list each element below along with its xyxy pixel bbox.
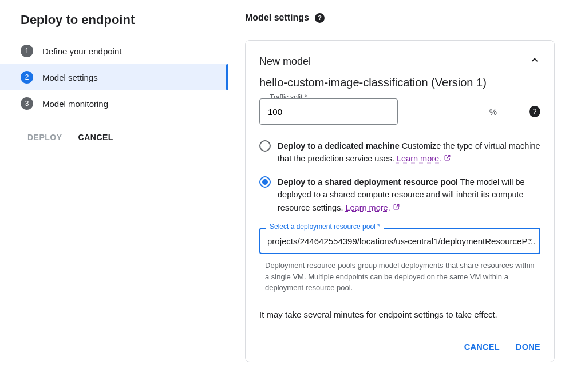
resource-pool-helper: Deployment resource pools group model de… (259, 260, 540, 294)
card-header[interactable]: New model (259, 54, 540, 68)
percent-unit: % (489, 107, 497, 117)
step-list: 1 Define your endpoint 2 Model settings … (0, 38, 228, 117)
resource-pool-select[interactable]: Select a deployment resource pool * proj… (259, 228, 540, 254)
step-model-settings[interactable]: 2 Model settings (0, 64, 228, 90)
step-number-badge: 1 (21, 45, 33, 57)
model-name: hello-custom-image-classification (Versi… (259, 76, 540, 89)
cancel-button[interactable]: CANCEL (78, 133, 113, 142)
learn-more-link[interactable]: Learn more. (345, 201, 400, 214)
radio-dedicated[interactable]: Deploy to a dedicated machine Customize … (259, 140, 540, 165)
card-cancel-button[interactable]: CANCEL (464, 342, 500, 351)
radio-shared-inner (262, 179, 268, 185)
effect-note: It may take several minutes for endpoint… (259, 310, 540, 319)
dropdown-caret-icon (527, 236, 534, 246)
step-define-endpoint[interactable]: 1 Define your endpoint (0, 38, 228, 64)
resource-pool-value[interactable]: projects/244642554399/locations/us-centr… (259, 228, 540, 254)
chevron-up-icon[interactable] (529, 54, 540, 68)
radio-shared-title: Deploy to a shared deployment resource p… (278, 177, 458, 187)
radio-shared-text: Deploy to a shared deployment resource p… (278, 176, 540, 214)
sidebar-actions: DEPLOY CANCEL (0, 117, 228, 142)
card-title: New model (259, 56, 311, 68)
step-label: Model settings (42, 73, 98, 82)
external-link-icon (393, 201, 400, 214)
main-panel: Model settings ? New model hello-custom-… (229, 0, 565, 392)
step-model-monitoring[interactable]: 3 Model monitoring (0, 90, 228, 117)
radio-shared[interactable]: Deploy to a shared deployment resource p… (259, 176, 540, 214)
card-actions: CANCEL DONE (259, 342, 540, 351)
traffic-split-input[interactable] (259, 98, 398, 125)
radio-dedicated-text: Deploy to a dedicated machine Customize … (278, 140, 540, 165)
help-icon[interactable]: ? (529, 106, 540, 117)
deploy-button: DEPLOY (27, 133, 62, 142)
step-number-badge: 2 (21, 71, 33, 84)
help-icon[interactable]: ? (315, 13, 325, 23)
radio-dedicated-title: Deploy to a dedicated machine (278, 141, 400, 151)
card-done-button[interactable]: DONE (516, 342, 540, 351)
model-card: New model hello-custom-image-classificat… (245, 40, 555, 362)
main-header: Model settings ? (245, 13, 555, 23)
radio-shared-button[interactable] (259, 176, 271, 188)
learn-more-link[interactable]: Learn more. (397, 152, 451, 165)
resource-pool-label: Select a deployment resource pool * (266, 223, 384, 231)
step-label: Model monitoring (42, 99, 108, 109)
sidebar: Deploy to endpoint 1 Define your endpoin… (0, 0, 229, 392)
deployment-options: Deploy to a dedicated machine Customize … (259, 140, 540, 214)
main-header-text: Model settings (245, 13, 309, 23)
step-number-badge: 3 (21, 97, 33, 110)
external-link-icon (444, 152, 451, 165)
sidebar-title: Deploy to endpoint (0, 9, 228, 38)
traffic-split-field: Traffic split * % ? (259, 98, 540, 125)
radio-dedicated-button[interactable] (259, 140, 271, 152)
step-label: Define your endpoint (42, 46, 121, 56)
